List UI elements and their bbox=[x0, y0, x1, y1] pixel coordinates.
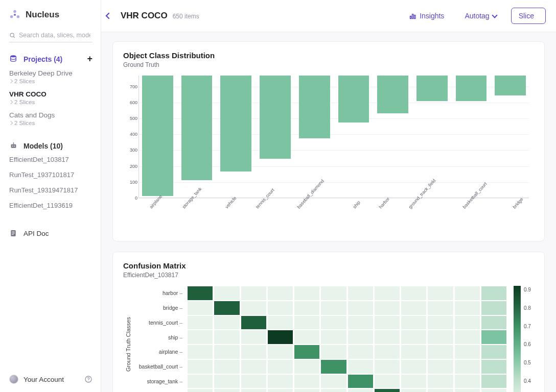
cm-cell[interactable] bbox=[241, 286, 266, 300]
sidebar-project-item[interactable]: Berkeley Deep Drive 2 Slices bbox=[9, 69, 92, 84]
bar[interactable] bbox=[299, 76, 330, 198]
cm-cell[interactable] bbox=[241, 330, 266, 344]
cm-cell[interactable] bbox=[348, 345, 373, 359]
cm-cell[interactable] bbox=[455, 286, 480, 300]
cm-cell[interactable] bbox=[455, 345, 480, 359]
cm-cell[interactable] bbox=[455, 360, 480, 374]
cm-cell[interactable] bbox=[294, 360, 319, 374]
account-row[interactable]: Your Account bbox=[9, 371, 92, 388]
cm-cell[interactable] bbox=[348, 316, 373, 330]
cm-cell[interactable] bbox=[321, 316, 346, 330]
cm-cell[interactable] bbox=[348, 286, 373, 300]
cm-cell[interactable] bbox=[294, 375, 319, 388]
cm-cell[interactable] bbox=[481, 345, 506, 359]
cm-cell[interactable] bbox=[294, 345, 319, 359]
cm-cell[interactable] bbox=[321, 301, 346, 315]
cm-cell[interactable] bbox=[294, 286, 319, 300]
cm-cell[interactable] bbox=[321, 375, 346, 388]
cm-cell[interactable] bbox=[268, 389, 293, 392]
cm-cell[interactable] bbox=[375, 375, 400, 388]
cm-cell[interactable] bbox=[214, 345, 239, 359]
cm-cell[interactable] bbox=[294, 330, 319, 344]
cm-cell[interactable] bbox=[214, 360, 239, 374]
project-slices[interactable]: 2 Slices bbox=[9, 120, 92, 126]
cm-cell[interactable] bbox=[455, 375, 480, 388]
sidebar-model-item[interactable]: RunTest_1937101817 bbox=[9, 171, 92, 179]
cm-cell[interactable] bbox=[188, 330, 213, 344]
cm-cell[interactable] bbox=[214, 316, 239, 330]
search-field[interactable] bbox=[9, 30, 92, 42]
bar[interactable] bbox=[260, 76, 291, 198]
cm-cell[interactable] bbox=[455, 330, 480, 344]
cm-cell[interactable] bbox=[268, 360, 293, 374]
sidebar-model-item[interactable]: EfficientDet_103817 bbox=[9, 156, 92, 163]
sidebar-model-item[interactable]: RunTest_19319471817 bbox=[9, 186, 92, 194]
cm-cell[interactable] bbox=[188, 286, 213, 300]
cm-cell[interactable] bbox=[241, 375, 266, 388]
bar[interactable] bbox=[456, 76, 487, 198]
cm-cell[interactable] bbox=[188, 345, 213, 359]
project-slices[interactable]: 2 Slices bbox=[9, 99, 92, 105]
cm-cell[interactable] bbox=[321, 330, 346, 344]
sidebar-project-item[interactable]: Cats and Dogs 2 Slices bbox=[9, 111, 92, 126]
cm-cell[interactable] bbox=[428, 389, 453, 392]
cm-cell[interactable] bbox=[401, 345, 426, 359]
cm-cell[interactable] bbox=[375, 316, 400, 330]
cm-cell[interactable] bbox=[241, 389, 266, 392]
cm-cell[interactable] bbox=[268, 330, 293, 344]
cm-cell[interactable] bbox=[321, 286, 346, 300]
cm-cell[interactable] bbox=[401, 286, 426, 300]
cm-cell[interactable] bbox=[214, 389, 239, 392]
cm-cell[interactable] bbox=[321, 345, 346, 359]
cm-cell[interactable] bbox=[321, 389, 346, 392]
sidebar-model-item[interactable]: EfficientDet_1193619 bbox=[9, 202, 92, 209]
cm-cell[interactable] bbox=[241, 316, 266, 330]
insights-link[interactable]: Insights bbox=[407, 9, 446, 23]
project-slices[interactable]: 2 Slices bbox=[9, 78, 92, 84]
cm-cell[interactable] bbox=[428, 360, 453, 374]
cm-cell[interactable] bbox=[481, 301, 506, 315]
models-heading[interactable]: Models (10) bbox=[9, 141, 92, 151]
bar[interactable] bbox=[220, 76, 251, 198]
cm-cell[interactable] bbox=[188, 301, 213, 315]
cm-cell[interactable] bbox=[214, 301, 239, 315]
cm-cell[interactable] bbox=[455, 301, 480, 315]
cm-cell[interactable] bbox=[481, 375, 506, 388]
cm-cell[interactable] bbox=[375, 286, 400, 300]
cm-cell[interactable] bbox=[375, 301, 400, 315]
back-button[interactable] bbox=[102, 10, 113, 21]
cm-cell[interactable] bbox=[401, 360, 426, 374]
add-project-button[interactable]: + bbox=[87, 54, 92, 64]
cm-cell[interactable] bbox=[241, 301, 266, 315]
cm-cell[interactable] bbox=[268, 345, 293, 359]
cm-cell[interactable] bbox=[188, 360, 213, 374]
cm-cell[interactable] bbox=[241, 360, 266, 374]
api-doc-link[interactable]: API Doc bbox=[9, 229, 92, 237]
slice-button[interactable]: Slice bbox=[511, 8, 546, 24]
cm-cell[interactable] bbox=[455, 316, 480, 330]
cm-cell[interactable] bbox=[268, 301, 293, 315]
cm-cell[interactable] bbox=[375, 389, 400, 392]
projects-heading[interactable]: Projects (4) + bbox=[9, 54, 92, 64]
cm-cell[interactable] bbox=[268, 375, 293, 388]
cm-cell[interactable] bbox=[188, 389, 213, 392]
bar[interactable] bbox=[338, 76, 369, 198]
cm-cell[interactable] bbox=[321, 360, 346, 374]
autotag-dropdown[interactable]: Autotag bbox=[462, 9, 498, 23]
sidebar-project-item[interactable]: VHR COCO 2 Slices bbox=[9, 90, 92, 105]
cm-cell[interactable] bbox=[428, 301, 453, 315]
cm-cell[interactable] bbox=[294, 301, 319, 315]
cm-cell[interactable] bbox=[401, 330, 426, 344]
bar[interactable] bbox=[142, 76, 173, 198]
cm-cell[interactable] bbox=[348, 360, 373, 374]
content-area[interactable]: Object Class Distribution Ground Truth 0… bbox=[101, 32, 556, 392]
cm-cell[interactable] bbox=[348, 301, 373, 315]
cm-cell[interactable] bbox=[428, 330, 453, 344]
cm-cell[interactable] bbox=[375, 330, 400, 344]
cm-cell[interactable] bbox=[375, 360, 400, 374]
cm-cell[interactable] bbox=[268, 316, 293, 330]
cm-cell[interactable] bbox=[241, 345, 266, 359]
cm-cell[interactable] bbox=[214, 286, 239, 300]
bar[interactable] bbox=[181, 76, 213, 198]
cm-cell[interactable] bbox=[455, 389, 480, 392]
